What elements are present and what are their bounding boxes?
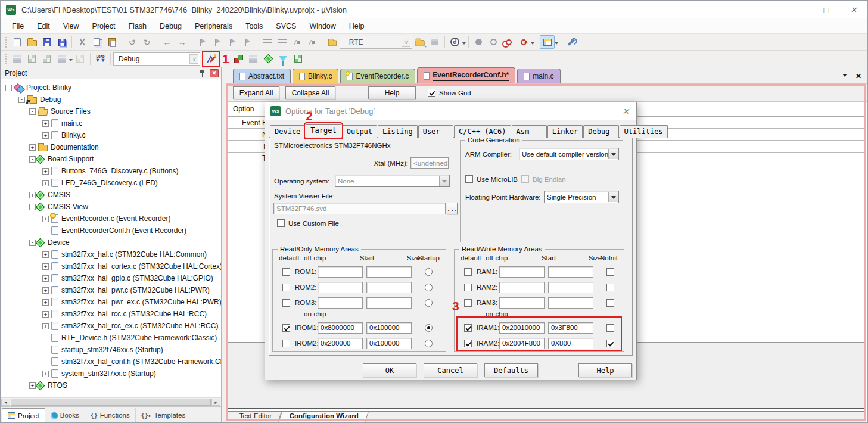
manage-project-items-button[interactable] (246, 52, 261, 66)
panel-tab[interactable]: Books (45, 408, 85, 422)
default-checkbox[interactable] (282, 268, 290, 276)
menu-item[interactable]: View (57, 20, 86, 32)
tree-expander[interactable]: + (42, 120, 49, 127)
copy-button[interactable] (89, 35, 104, 49)
start-field[interactable]: 0x8000000 (318, 322, 363, 334)
tree-expander[interactable]: + (42, 275, 49, 282)
default-checkbox[interactable] (282, 340, 290, 347)
startup-radio[interactable] (425, 324, 433, 332)
undo-button[interactable]: ↺ (125, 35, 139, 49)
menu-item[interactable]: Project (86, 20, 122, 32)
tree-expander[interactable]: + (42, 132, 49, 139)
start-field[interactable] (499, 297, 545, 309)
panel-tab[interactable]: Project (2, 408, 45, 422)
unindent-button[interactable] (260, 35, 275, 49)
bookmark-prev-button[interactable] (225, 35, 239, 49)
pin-icon[interactable] (198, 69, 207, 77)
dialog-tab[interactable]: Linker (547, 125, 583, 138)
scroll-right-icon[interactable] (211, 399, 220, 406)
tree-item[interactable]: + Blinky.c (1, 129, 221, 141)
tree-item[interactable]: + stm32f7xx_hal_cortex.c (STM32Cube HAL:… (1, 260, 221, 272)
noinit-checkbox[interactable] (606, 299, 614, 307)
tree-expander[interactable]: - (18, 97, 25, 103)
dialog-tab[interactable]: Listing (378, 125, 418, 138)
target-select-combo[interactable]: Debug (113, 52, 200, 66)
checkbox-icon[interactable] (465, 175, 473, 183)
size-field[interactable] (366, 282, 412, 293)
tree-expander[interactable]: + (42, 287, 49, 294)
tree-expander[interactable]: + (42, 251, 49, 258)
translate-button[interactable] (10, 52, 24, 66)
tab-text-editor[interactable]: Text Editor (229, 412, 282, 422)
window-views-button[interactable] (540, 35, 555, 49)
tree-expander[interactable]: + (42, 216, 49, 222)
pack-installer-button[interactable] (291, 52, 306, 66)
tree-item[interactable]: + stm32f7xx_hal.c (STM32Cube HAL:Common) (1, 248, 221, 260)
cancel-button[interactable]: Cancel (424, 363, 477, 377)
size-field[interactable] (366, 266, 412, 278)
find-next-button[interactable] (412, 35, 427, 49)
menu-item[interactable]: Flash (122, 20, 153, 32)
start-field[interactable] (318, 297, 363, 309)
size-field[interactable]: 0x100000 (366, 338, 412, 349)
tree-item[interactable]: + Buttons_746G_Discovery.c (Buttons) (1, 165, 221, 177)
checkbox-icon[interactable] (428, 89, 435, 97)
editor-tab-eventrecorderconf[interactable]: EventRecorderConf.h* (417, 67, 515, 83)
tree-expander[interactable]: + (42, 323, 49, 329)
tree-item[interactable]: + RTOS (1, 380, 221, 391)
tree-expander[interactable]: + (42, 180, 49, 186)
build-button[interactable] (24, 52, 39, 66)
save-button[interactable] (39, 35, 54, 49)
tree-item[interactable]: + Documentation (1, 141, 221, 153)
navigate-forward-button[interactable]: → (175, 35, 189, 49)
cut-button[interactable] (74, 35, 89, 49)
new-file-button[interactable] (10, 35, 24, 49)
use-custom-file-checkbox[interactable]: Use Custom File (277, 219, 339, 227)
operating-system-combo[interactable]: None (335, 175, 450, 187)
tree-item[interactable]: - CMSIS-View (1, 201, 221, 213)
comment-button[interactable]: /≡ (290, 35, 304, 49)
tree-item[interactable]: + stm32f7xx_hal_pwr_ex.c (STM32Cube HAL:… (1, 296, 221, 308)
tab-configuration-wizard[interactable]: Configuration Wizard (278, 412, 369, 422)
navigate-back-button[interactable]: ← (160, 35, 175, 49)
menu-item[interactable]: Window (303, 20, 342, 32)
startup-radio[interactable] (425, 284, 433, 291)
expand-all-button[interactable]: Expand All (233, 86, 279, 99)
default-checkbox[interactable] (464, 284, 472, 291)
panel-close-icon[interactable] (210, 69, 219, 77)
horizontal-scrollbar[interactable] (1, 397, 221, 406)
find-symbol-dropdown-icon[interactable] (462, 42, 466, 46)
tree-item[interactable]: + system_stm32f7xx.c (Startup) (1, 368, 221, 380)
size-field[interactable] (548, 282, 593, 293)
tree-item[interactable]: + CMSIS (1, 189, 221, 201)
find-in-files-button[interactable] (325, 35, 340, 49)
editor-tab-eventrecorder[interactable]: EventRecorder.c (340, 69, 415, 83)
default-checkbox[interactable] (282, 299, 290, 307)
dialog-title-bar[interactable]: Options for Target 'Debug' (265, 102, 636, 120)
save-all-button[interactable] (54, 35, 69, 49)
indent-button[interactable] (275, 35, 290, 49)
collapse-all-button[interactable]: Collapse All (285, 86, 335, 99)
tree-item[interactable]: - Source Files (1, 105, 221, 117)
dialog-tab[interactable]: Output (342, 125, 377, 138)
dialog-tab[interactable]: Utilities (620, 125, 668, 138)
paste-button[interactable] (104, 35, 119, 49)
dialog-tab[interactable]: Debug (583, 125, 618, 138)
floating-point-hardware-combo[interactable]: Single Precision (544, 191, 619, 203)
defaults-button[interactable]: Defaults (484, 363, 538, 377)
tree-item[interactable]: RTE_Device.h (STM32Cube Framework:Classi… (1, 332, 221, 344)
dialog-tab[interactable]: Asm (512, 125, 547, 138)
batch-build-button[interactable] (54, 52, 69, 66)
default-checkbox[interactable] (464, 268, 472, 276)
tree-item[interactable]: + LED_746G_Discovery.c (LED) (1, 177, 221, 189)
chevron-down-icon[interactable] (439, 176, 449, 186)
tree-item[interactable]: - Device (1, 237, 221, 248)
tree-item[interactable]: EventRecorderConf.h (Event Recorder) (1, 225, 221, 237)
noinit-checkbox[interactable] (606, 324, 614, 332)
startup-radio[interactable] (425, 268, 433, 276)
size-field[interactable] (366, 297, 412, 309)
start-field[interactable] (499, 282, 545, 293)
start-field[interactable]: 0x20010000 (499, 322, 545, 334)
browse-button[interactable]: ... (447, 203, 458, 214)
chevron-down-icon[interactable] (402, 38, 410, 47)
